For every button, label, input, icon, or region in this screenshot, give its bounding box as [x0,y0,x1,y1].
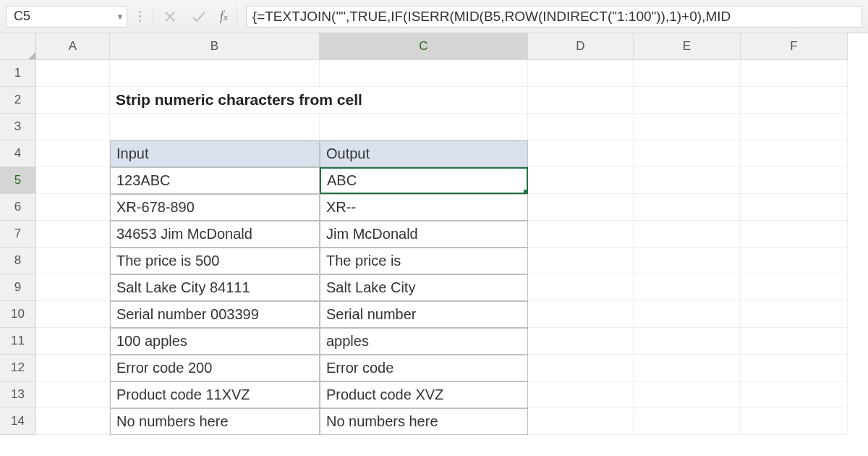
output-cell[interactable]: The price is [320,248,528,274]
cell-F1[interactable] [741,60,848,87]
row-header-11[interactable]: 11 [0,328,36,355]
cell-E14[interactable] [634,408,741,435]
fx-icon[interactable]: fx [220,9,228,24]
row-header-3[interactable]: 3 [0,114,36,140]
cell-D10[interactable] [528,301,634,328]
cell-B3[interactable] [110,114,320,140]
cell-A1[interactable] [36,60,110,87]
title-cell[interactable]: Strip numeric characters from cell [110,87,320,114]
cell-A14[interactable] [36,408,110,435]
expand-dots-icon[interactable] [136,11,144,22]
row-header-10[interactable]: 10 [0,301,36,328]
cell-C1[interactable] [320,60,528,87]
cancel-icon[interactable] [162,9,178,25]
input-cell[interactable]: Salt Lake City 84111 [110,274,320,301]
input-cell[interactable]: 123ABC [110,167,320,194]
cell-F13[interactable] [741,381,848,408]
cell-A12[interactable] [36,355,110,381]
row-header-4[interactable]: 4 [0,140,36,167]
cell-A2[interactable] [36,87,110,114]
cell-F10[interactable] [741,301,848,328]
cell-E12[interactable] [634,355,741,381]
table-header-input[interactable]: Input [110,140,320,167]
cell-D11[interactable] [528,328,634,355]
cell-A13[interactable] [36,381,110,408]
cell-F3[interactable] [741,114,848,140]
cell-D5[interactable] [528,167,634,194]
row-header-14[interactable]: 14 [0,408,36,435]
row-header-13[interactable]: 13 [0,381,36,408]
cell-E11[interactable] [634,328,741,355]
row-header-6[interactable]: 6 [0,194,36,221]
output-cell[interactable]: Error code [320,355,528,381]
cell-E6[interactable] [634,194,741,221]
cell-D14[interactable] [528,408,634,435]
row-header-5[interactable]: 5 [0,167,36,194]
cell-D4[interactable] [528,140,634,167]
cell-F7[interactable] [741,221,848,248]
cell-B1[interactable] [110,60,320,87]
fill-handle[interactable] [524,190,528,194]
cell-A4[interactable] [36,140,110,167]
cell-E8[interactable] [634,248,741,274]
col-header-B[interactable]: B [110,33,320,60]
cell-E2[interactable] [634,87,741,114]
table-header-output[interactable]: Output [320,140,528,167]
enter-icon[interactable] [191,9,207,25]
cell-E1[interactable] [634,60,741,87]
input-cell[interactable]: 100 apples [110,328,320,355]
cell-A8[interactable] [36,248,110,274]
spreadsheet-grid[interactable]: ABCDEF12Strip numeric characters from ce… [0,33,868,435]
output-cell[interactable]: ABC [320,167,528,194]
row-header-1[interactable]: 1 [0,60,36,87]
cell-F4[interactable] [741,140,848,167]
cell-A10[interactable] [36,301,110,328]
input-cell[interactable]: Error code 200 [110,355,320,381]
output-cell[interactable]: XR-- [320,194,528,221]
output-cell[interactable]: No numbers here [320,408,528,435]
name-box-dropdown[interactable]: ▼ [114,7,127,27]
row-header-2[interactable]: 2 [0,87,36,114]
cell-A6[interactable] [36,194,110,221]
cell-D1[interactable] [528,60,634,87]
row-header-9[interactable]: 9 [0,274,36,301]
cell-E10[interactable] [634,301,741,328]
output-cell[interactable]: Salt Lake City [320,274,528,301]
input-cell[interactable]: No numbers here [110,408,320,435]
cell-E9[interactable] [634,274,741,301]
col-header-E[interactable]: E [634,33,741,60]
row-header-8[interactable]: 8 [0,248,36,274]
cell-D7[interactable] [528,221,634,248]
cell-F12[interactable] [741,355,848,381]
cell-D2[interactable] [528,87,634,114]
col-header-F[interactable]: F [741,33,848,60]
cell-D9[interactable] [528,274,634,301]
cell-E4[interactable] [634,140,741,167]
cell-F9[interactable] [741,274,848,301]
input-cell[interactable]: 34653 Jim McDonald [110,221,320,248]
cell-F11[interactable] [741,328,848,355]
col-header-D[interactable]: D [528,33,634,60]
cell-E5[interactable] [634,167,741,194]
name-box[interactable]: C5 ▼ [6,6,127,28]
cell-D6[interactable] [528,194,634,221]
cell-F8[interactable] [741,248,848,274]
cell-F14[interactable] [741,408,848,435]
cell-D13[interactable] [528,381,634,408]
cell-A9[interactable] [36,274,110,301]
cell-E3[interactable] [634,114,741,140]
cell-D8[interactable] [528,248,634,274]
input-cell[interactable]: Product code 11XVZ [110,381,320,408]
formula-bar[interactable]: {=TEXTJOIN("",TRUE,IF(ISERR(MID(B5,ROW(I… [246,6,862,28]
cell-D12[interactable] [528,355,634,381]
cell-C3[interactable] [320,114,528,140]
output-cell[interactable]: Serial number [320,301,528,328]
cell-A11[interactable] [36,328,110,355]
cell-A3[interactable] [36,114,110,140]
cell-E7[interactable] [634,221,741,248]
input-cell[interactable]: The price is 500 [110,248,320,274]
cell-F2[interactable] [741,87,848,114]
row-header-12[interactable]: 12 [0,355,36,381]
cell-D3[interactable] [528,114,634,140]
cell-A7[interactable] [36,221,110,248]
